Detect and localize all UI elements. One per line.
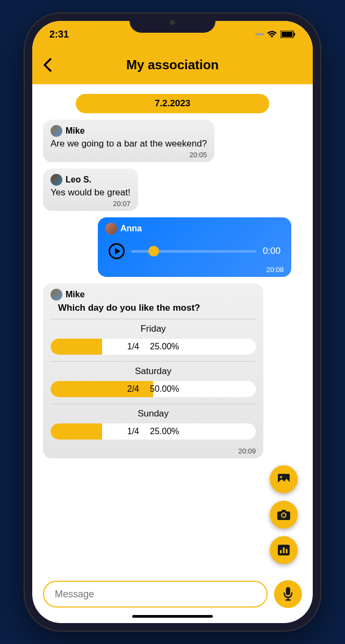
poll-option-label: Saturday bbox=[51, 366, 256, 377]
page-title: My association bbox=[59, 57, 286, 72]
avatar bbox=[51, 289, 62, 301]
poll-option[interactable]: Sunday 1/4 25.00% bbox=[51, 404, 256, 446]
poll-percent: 25.00% bbox=[150, 342, 179, 352]
image-button[interactable] bbox=[270, 465, 298, 493]
screen: 2:31 •••• My association 7.2.2023 Mike A… bbox=[32, 21, 313, 623]
poll-question: Which day do you like the most? bbox=[58, 303, 256, 313]
poll-bubble[interactable]: Mike Which day do you like the most? Fri… bbox=[43, 283, 263, 458]
mic-icon bbox=[283, 587, 293, 601]
svg-rect-10 bbox=[286, 549, 288, 553]
poll-button[interactable] bbox=[270, 536, 298, 564]
message-time: 20:09 bbox=[51, 447, 256, 455]
status-time: 2:31 bbox=[49, 29, 69, 40]
audio-thumb[interactable] bbox=[148, 246, 159, 257]
poll-bar: 1/4 25.00% bbox=[51, 423, 256, 440]
svg-rect-8 bbox=[280, 550, 282, 553]
message-time: 20:05 bbox=[51, 151, 207, 159]
voice-message-bubble[interactable]: Anna 0:00 20:08 bbox=[98, 217, 291, 277]
poll-fill bbox=[51, 339, 102, 355]
message-time: 20:07 bbox=[51, 200, 131, 208]
avatar bbox=[105, 223, 117, 235]
svg-point-6 bbox=[282, 514, 285, 517]
sender-name: Leo S. bbox=[66, 175, 91, 185]
notch bbox=[130, 13, 215, 33]
action-buttons-column bbox=[270, 465, 298, 564]
wifi-icon bbox=[267, 31, 277, 39]
svg-rect-1 bbox=[282, 32, 292, 37]
poll-fill bbox=[51, 423, 102, 440]
mic-button[interactable] bbox=[274, 580, 302, 608]
chart-icon bbox=[278, 545, 290, 555]
cellular-icon: •••• bbox=[255, 30, 263, 39]
avatar bbox=[51, 174, 62, 186]
message-bubble[interactable]: Leo S. Yes would be great! 20:07 bbox=[43, 169, 138, 211]
poll-count: 1/4 bbox=[127, 427, 139, 436]
message-text: Are we going to a bar at the weekend? bbox=[51, 138, 207, 150]
phone-frame: 2:31 •••• My association 7.2.2023 Mike A… bbox=[25, 13, 320, 631]
message-input[interactable] bbox=[43, 581, 268, 608]
audio-duration: 0:00 bbox=[263, 246, 281, 257]
date-separator: 7.2.2023 bbox=[76, 94, 269, 113]
poll-bar: 2/4 50.00% bbox=[51, 381, 256, 397]
poll-count: 2/4 bbox=[127, 384, 139, 394]
home-indicator[interactable] bbox=[132, 615, 213, 618]
svg-rect-11 bbox=[286, 587, 290, 595]
camera-icon bbox=[277, 509, 290, 520]
sender-name: Anna bbox=[120, 224, 142, 233]
back-button[interactable] bbox=[43, 58, 59, 72]
poll-option[interactable]: Friday 1/4 25.00% bbox=[51, 319, 256, 361]
poll-count: 1/4 bbox=[127, 342, 139, 352]
message-time: 20:08 bbox=[105, 266, 284, 274]
poll-bar: 1/4 25.00% bbox=[51, 339, 256, 355]
poll-percent: 50.00% bbox=[150, 384, 179, 394]
camera-button[interactable] bbox=[270, 501, 298, 529]
header: My association bbox=[32, 48, 313, 84]
message-bubble[interactable]: Mike Are we going to a bar at the weeken… bbox=[43, 120, 214, 162]
image-icon bbox=[278, 474, 290, 485]
sender-name: Mike bbox=[66, 290, 85, 299]
svg-rect-9 bbox=[283, 547, 285, 553]
poll-option[interactable]: Saturday 2/4 50.00% bbox=[51, 361, 256, 404]
svg-point-4 bbox=[280, 476, 282, 478]
message-text: Yes would be great! bbox=[51, 187, 131, 199]
poll-percent: 25.00% bbox=[150, 427, 179, 436]
audio-track[interactable] bbox=[131, 250, 256, 253]
poll-option-label: Friday bbox=[51, 324, 256, 334]
sender-name: Mike bbox=[66, 126, 85, 136]
poll-option-label: Sunday bbox=[51, 408, 256, 419]
avatar bbox=[51, 125, 62, 137]
svg-rect-2 bbox=[294, 33, 295, 36]
status-right: •••• bbox=[255, 30, 296, 39]
play-button[interactable] bbox=[109, 243, 125, 259]
battery-icon bbox=[281, 31, 296, 38]
